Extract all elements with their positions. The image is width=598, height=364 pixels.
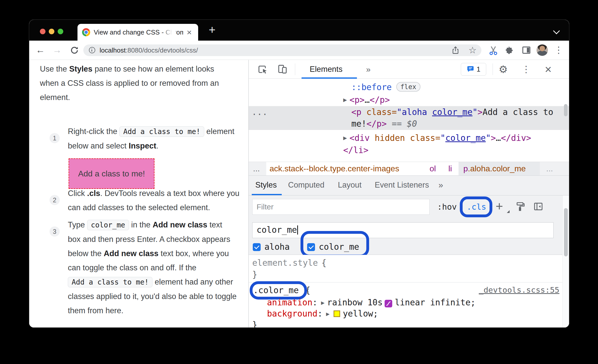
code-chip: Add a class to me!	[119, 126, 204, 137]
devtools-panel: Elements » 1 ⚙ ⋮ × ::beforeflex ▶<p>…</p…	[248, 60, 569, 327]
checkbox-aloha-label: aloha	[264, 242, 290, 252]
tab-styles[interactable]: Styles	[255, 176, 277, 194]
chrome-favicon-icon	[82, 28, 90, 36]
tab-elements[interactable]: Elements	[310, 65, 342, 74]
bookmark-star-icon[interactable]: ☆	[468, 46, 477, 55]
step-2-number: 2	[50, 195, 60, 205]
dom-row-li-close[interactable]: </li>	[343, 145, 368, 155]
dom-row-before-pseudo[interactable]: ::beforeflex	[351, 82, 420, 92]
dom-row-selected[interactable]: ... <p class="aloha color_me">Add a clas…	[249, 106, 569, 130]
devtools-menu-kebab-icon[interactable]: ⋮	[521, 60, 531, 79]
animation-property-line[interactable]: animation:▶rainbow 10slinear infinite;	[267, 297, 476, 307]
element-style-close: }	[252, 270, 257, 279]
styles-filter-input[interactable]	[252, 199, 430, 215]
element-style-rule[interactable]: element.style{	[252, 258, 326, 268]
share-icon[interactable]	[451, 46, 460, 56]
devtools-close-icon[interactable]: ×	[542, 60, 554, 79]
rule-divider	[249, 282, 569, 283]
crumb-overflow-left[interactable]: ...	[253, 162, 260, 175]
back-button[interactable]: ←	[35, 41, 46, 60]
browser-menu-kebab-icon[interactable]: ⋮	[553, 41, 564, 59]
styles-scrollbar-thumb[interactable]	[564, 208, 568, 256]
crumb-stack-block[interactable]: ack.stack--block.type.center-images	[270, 162, 399, 175]
site-info-icon[interactable]	[89, 47, 95, 53]
dom-row-p-collapsed[interactable]: ▶<p>…</p>	[343, 95, 390, 105]
step-3-text: Type color_me in the Add new class text …	[68, 218, 237, 318]
crumb-ol[interactable]: ol	[430, 162, 436, 175]
browser-tab[interactable]: View and change CSS - Chrome ×	[77, 24, 198, 41]
selected-line-2: me!</p> == $0	[351, 119, 417, 129]
expand-arrow-icon[interactable]: ▶	[343, 97, 347, 103]
color-me-rule-selector[interactable]: .color_me{	[253, 285, 310, 295]
more-panes-chevrons[interactable]: »	[438, 176, 443, 194]
tab-strip: View and change CSS - Chrome × +	[29, 20, 569, 41]
checkbox-color-me-label: color_me	[319, 242, 359, 252]
dom-breadcrumbs: ... ack.stack--block.type.center-images …	[249, 162, 569, 176]
toggle-sidebar-icon[interactable]	[533, 202, 543, 214]
window-body: Use the Styles pane to see how an elemen…	[29, 60, 569, 327]
new-tab-button[interactable]: +	[206, 23, 219, 37]
scissors-extension-icon[interactable]	[489, 45, 498, 56]
selected-line-1: <p class="aloha color_me">Add a class to	[351, 107, 553, 117]
reload-button[interactable]	[69, 41, 80, 60]
address-bar[interactable]: localhost:8080/docs/devtools/css/ ☆	[83, 44, 481, 56]
console-messages-button[interactable]: 1	[461, 63, 486, 76]
color-me-rule-close: }	[252, 320, 257, 327]
toolbar-divider	[295, 63, 295, 75]
tab-computed[interactable]: Computed	[288, 176, 324, 194]
more-panels-chevrons[interactable]: »	[366, 65, 371, 74]
toolbar-divider	[493, 63, 493, 75]
text-caret	[297, 225, 298, 235]
devtools-settings-gear-icon[interactable]: ⚙	[498, 60, 509, 79]
checkmark-icon	[309, 244, 314, 249]
demo-pink-box[interactable]: Add a class to me!	[69, 158, 154, 189]
tab-layout[interactable]: Layout	[338, 176, 361, 194]
inspect-element-icon[interactable]	[257, 64, 268, 77]
url-host: localhost	[100, 46, 126, 54]
hov-toggle-button[interactable]: :hov	[437, 195, 457, 218]
crumb-p-aloha-color-me[interactable]: p.aloha.color_me	[463, 162, 526, 175]
gutter-dots: ...	[252, 107, 268, 117]
minimize-window-button[interactable]	[49, 29, 54, 34]
window-controls	[40, 29, 63, 34]
zoom-window-button[interactable]	[58, 29, 63, 34]
background-property-line[interactable]: background:▶yellow;	[267, 309, 378, 319]
rendering-emulation-icon[interactable]	[515, 202, 525, 214]
extensions-puzzle-icon[interactable]	[505, 45, 514, 56]
styles-tab-underline	[252, 194, 282, 195]
crumb-overflow-right[interactable]: ...	[546, 162, 553, 175]
checkbox-aloha[interactable]	[253, 243, 261, 251]
dom-scrollbar-thumb[interactable]	[564, 104, 568, 116]
color-swatch-yellow[interactable]	[334, 310, 340, 317]
expand-property-arrow-icon[interactable]: ▶	[321, 300, 325, 305]
tab-event-listeners[interactable]: Event Listeners	[375, 176, 429, 194]
chevron-down-icon[interactable]	[553, 27, 560, 34]
code-chip: Add a class to me!	[68, 277, 152, 287]
checkmark-icon	[254, 244, 260, 249]
forward-button[interactable]: →	[52, 41, 63, 60]
add-new-class-input[interactable]: color_me	[252, 222, 554, 238]
dom-row-div-hidden[interactable]: ▶<div hidden class="color_me">…</div>	[343, 133, 531, 143]
dollar-zero-ref: $0	[407, 119, 417, 129]
tab-close-icon[interactable]: ×	[187, 28, 192, 36]
checkbox-color-me[interactable]	[307, 243, 315, 251]
styles-filter-row: :hov .cls +	[249, 195, 569, 218]
device-toolbar-icon[interactable]	[277, 64, 288, 77]
side-panel-icon[interactable]	[522, 45, 531, 56]
profile-avatar[interactable]	[537, 44, 548, 56]
flex-badge[interactable]: flex	[396, 82, 420, 92]
tab-title-fade	[162, 27, 176, 38]
cls-toggle-button[interactable]: .cls	[467, 195, 486, 218]
step-1-text: Right-click the Add a class to me! eleme…	[68, 124, 235, 153]
new-style-rule-button[interactable]: +	[496, 195, 503, 217]
add-new-class-editor: color_me aloha color_me	[249, 218, 569, 255]
close-window-button[interactable]	[40, 29, 45, 34]
stylesheet-source-link[interactable]: _devtools.scss:55	[479, 285, 559, 294]
intro-paragraph: Use the Styles pane to see how an elemen…	[40, 62, 233, 105]
expand-property-arrow-icon[interactable]: ▶	[326, 311, 330, 317]
expand-arrow-icon[interactable]: ▶	[343, 135, 347, 141]
browser-toolbar: ← → localhost:8080/docs/devtools/css/ ☆ …	[29, 41, 569, 60]
url-path: :8080/docs/devtools/css/	[126, 46, 198, 54]
cubic-bezier-editor-icon[interactable]	[385, 300, 392, 307]
crumb-li[interactable]: li	[448, 162, 452, 175]
